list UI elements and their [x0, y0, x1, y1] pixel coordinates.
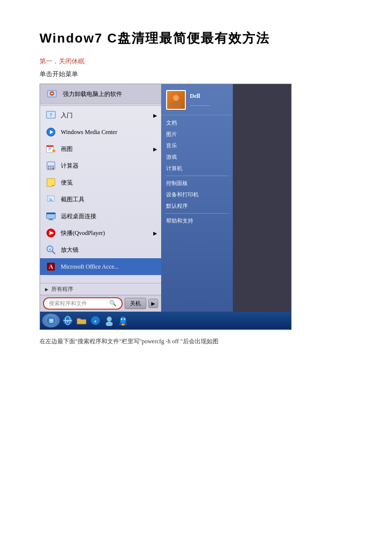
right-item-help[interactable]: 帮助和支持: [161, 215, 233, 227]
all-programs-label: 所有程序: [51, 285, 73, 293]
wmc-label: Windows Media Center: [61, 129, 117, 136]
menu-item-wmc[interactable]: Windows Media Center: [40, 124, 161, 140]
menu-item-stickynotes[interactable]: 便笺: [40, 174, 161, 191]
svg-point-51: [124, 319, 126, 320]
taskbar-ie2-icon[interactable]: e: [89, 315, 101, 326]
svg-text:+: +: [48, 247, 51, 252]
games-label: 游戏: [166, 153, 177, 161]
wmc-icon: [45, 126, 57, 138]
right-item-games[interactable]: 游戏: [161, 151, 233, 163]
calc-label: 计算器: [61, 162, 79, 170]
computer-label: 计算机: [166, 165, 182, 172]
menu-item-rdp[interactable]: 远程桌面连接: [40, 208, 161, 225]
right-item-devices[interactable]: 设备和打印机: [161, 189, 233, 200]
controlpanel-label: 控制面板: [166, 180, 188, 187]
section1-title: 第一，关闭休眠: [40, 57, 352, 66]
menu-item-paint[interactable]: 画图 ▶: [40, 140, 161, 157]
msoffice-label: Microsoft Office Acce...: [61, 263, 119, 271]
svg-rect-20: [52, 168, 54, 169]
magnifier-label: 放大镜: [61, 246, 79, 254]
pictures-label: 图片: [166, 131, 177, 138]
svg-rect-16: [50, 166, 52, 167]
shutdown-button[interactable]: 关机: [125, 298, 146, 309]
svg-text:?: ?: [50, 113, 52, 117]
right-item-music[interactable]: 音乐: [161, 140, 233, 151]
menu-item-magnifier[interactable]: + 放大镜: [40, 241, 161, 258]
start-menu: 强力卸载电脑上的软件 ? 入门 ▶: [40, 84, 292, 312]
rdp-label: 远程桌面连接: [61, 212, 96, 221]
menu-item-msoffice[interactable]: A Microsoft Office Acce...: [40, 258, 161, 275]
svg-rect-26: [46, 213, 55, 214]
menu-item-intro[interactable]: ? 入门 ▶: [40, 107, 161, 124]
section1-desc: 单击开始菜单: [40, 70, 352, 79]
search-box[interactable]: 搜索程序和文件 🔍: [43, 297, 123, 310]
svg-point-50: [121, 319, 123, 320]
qvod-arrow: ▶: [153, 231, 157, 236]
menu-top-item[interactable]: 强力卸载电脑上的软件: [40, 84, 161, 104]
svg-line-33: [52, 251, 55, 254]
right-item-pictures[interactable]: 图片: [161, 129, 233, 140]
svg-point-23: [48, 197, 50, 199]
svg-point-10: [52, 149, 55, 152]
svg-rect-18: [48, 168, 49, 169]
paint-icon: [45, 143, 57, 155]
search-icon: 🔍: [109, 300, 117, 307]
rdp-icon: [45, 210, 57, 222]
stickynotes-label: 便笺: [61, 179, 73, 187]
snip-label: 截图工具: [61, 195, 85, 204]
paint-arrow: ▶: [153, 146, 157, 152]
menu-left: 强力卸载电脑上的软件 ? 入门 ▶: [40, 84, 161, 312]
menu-item-snip[interactable]: 截图工具: [40, 191, 161, 208]
right-item-computer[interactable]: 计算机: [161, 163, 233, 174]
all-programs[interactable]: ▶ 所有程序: [40, 283, 161, 295]
taskbar-person-icon[interactable]: [103, 315, 115, 326]
svg-point-52: [121, 324, 125, 325]
qvod-label: 快播(QvodPlayer): [61, 229, 105, 237]
svg-text:A: A: [49, 263, 53, 270]
svg-rect-27: [49, 219, 52, 220]
user-profile: Dell ————: [161, 87, 233, 115]
start-button[interactable]: ⊞: [42, 314, 60, 327]
svg-rect-15: [48, 166, 49, 167]
intro-label: 入门: [61, 111, 73, 120]
svg-rect-9: [46, 145, 53, 147]
divider: [40, 105, 161, 106]
svg-rect-17: [52, 166, 54, 167]
svg-point-38: [171, 101, 181, 108]
taskbar-ie-icon[interactable]: e: [62, 315, 74, 326]
shutdown-arrow-button[interactable]: ▶: [148, 299, 158, 308]
top-item-label: 强力卸载电脑上的软件: [63, 90, 122, 98]
intro-arrow: ▶: [153, 113, 157, 118]
intro-icon: ?: [45, 109, 57, 121]
msoffice-icon: A: [45, 261, 57, 273]
right-item-controlpanel[interactable]: 控制面板: [161, 178, 233, 189]
taskbar-qq-icon[interactable]: [117, 315, 129, 326]
taskbar-folder-icon[interactable]: [76, 315, 87, 326]
right-item-documents[interactable]: 文档: [161, 117, 233, 129]
user-avatar: [166, 90, 186, 110]
right-divider1: [165, 176, 229, 176]
documents-label: 文档: [166, 119, 177, 127]
svg-text:⊞: ⊞: [49, 318, 53, 324]
right-item-defaultprograms[interactable]: 默认程序: [161, 200, 233, 212]
page-title: Window7 C盘清理最简便最有效方法: [40, 30, 352, 47]
menu-right: Dell ———— 文档 图片 音乐 游戏 计算机 控制面板: [161, 84, 233, 312]
menu-item-calc[interactable]: 计算器: [40, 157, 161, 174]
svg-text:e: e: [67, 319, 69, 324]
svg-point-47: [107, 317, 112, 322]
help-label: 帮助和支持: [166, 217, 193, 225]
svg-rect-19: [50, 168, 52, 169]
menu-bottom: 搜索程序和文件 🔍 关机 ▶: [40, 295, 161, 312]
uninstall-icon: [45, 87, 59, 101]
all-programs-arrow: ▶: [45, 287, 48, 292]
svg-rect-28: [48, 220, 53, 220]
devices-label: 设备和打印机: [166, 191, 199, 198]
stickynotes-icon: [45, 177, 57, 188]
svg-rect-14: [48, 163, 54, 165]
taskbar: ⊞ e e: [40, 312, 291, 329]
paint-label: 画图: [61, 145, 73, 153]
user-name: Dell ————: [190, 91, 210, 109]
menu-item-qvod[interactable]: 快播(QvodPlayer) ▶: [40, 225, 161, 241]
svg-point-49: [120, 317, 126, 324]
magnifier-icon: +: [45, 244, 57, 256]
